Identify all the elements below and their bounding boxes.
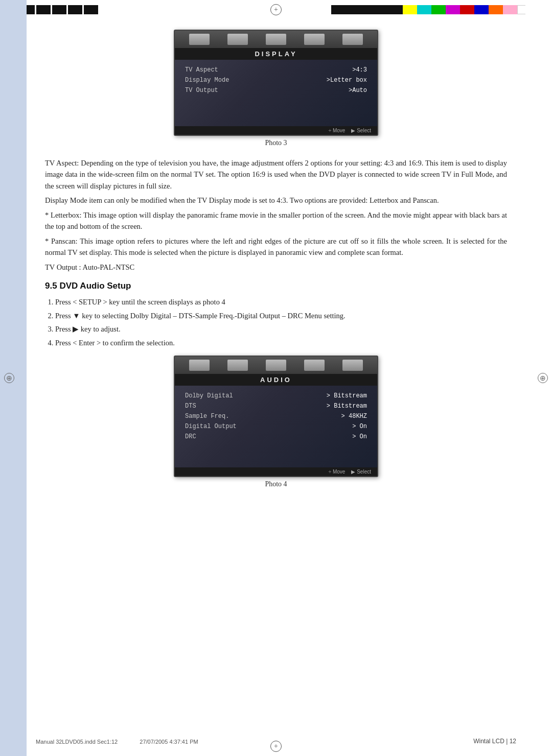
audio-row-1: Dolby Digital > Bitstream <box>185 391 367 401</box>
audio-footer-select: ▶ Select <box>351 469 371 475</box>
para2: Display Mode item can only be modified w… <box>45 195 507 206</box>
photo3-container: DISPLAY TV Aspect >4:3 Display Mode >Let… <box>45 30 507 154</box>
footer-left-text: Manual 32LDVD05.indd Sec1:12 <box>36 739 118 745</box>
audio-header-icon-3 <box>266 360 286 371</box>
header-icon-4 <box>304 34 325 45</box>
header-icon-1 <box>189 34 210 45</box>
screen-title-display: DISPLAY <box>175 48 377 60</box>
audio-header-icon-5 <box>342 360 363 371</box>
section-heading: 9.5 DVD Audio Setup <box>45 281 507 291</box>
screen-body-audio: Dolby Digital > Bitstream DTS > Bitstrea… <box>175 386 377 467</box>
page-footer-left: Manual 32LDVD05.indd Sec1:12 27/07/2005 … <box>36 739 198 745</box>
para1: TV Aspect: Depending on the type of tele… <box>45 157 507 192</box>
steps-list: Press < SETUP > key until the screen dis… <box>55 296 507 348</box>
screen-footer-audio: ÷ Move ▶ Select <box>175 467 377 476</box>
para3: * Letterbox: This image option will disp… <box>45 209 507 232</box>
audio-row-2: DTS > Bitstream <box>185 401 367 411</box>
right-margin <box>525 0 552 756</box>
main-content: DISPLAY TV Aspect >4:3 Display Mode >Let… <box>27 25 525 731</box>
footer-right-date: 27/07/2005 4:37:41 PM <box>140 739 198 745</box>
screen-header <box>175 31 377 48</box>
step-3: Press ▶ key to adjust. <box>55 323 507 335</box>
sidebar-circle <box>4 373 14 383</box>
para5: TV Output : Auto-PAL-NTSC <box>45 262 507 273</box>
footer-select: ▶ Select <box>351 128 371 133</box>
audio-row-5: DRC > On <box>185 432 367 442</box>
audio-footer-move: ÷ Move <box>329 469 346 475</box>
step-1: Press < SETUP > key until the screen dis… <box>55 296 507 308</box>
display-row-2: Display Mode >Letter box <box>185 75 367 85</box>
audio-row-3: Sample Freq. > 48KHZ <box>185 411 367 421</box>
left-sidebar <box>0 0 27 756</box>
page-footer-right: Wintal LCD | 12 <box>473 738 516 745</box>
screen-body-display: TV Aspect >4:3 Display Mode >Letter box … <box>175 60 377 126</box>
audio-header-icon-4 <box>304 360 325 371</box>
audio-header-icon-1 <box>189 360 210 371</box>
display-row-1: TV Aspect >4:3 <box>185 65 367 75</box>
color-bar-top <box>331 5 532 14</box>
audio-header-icon-2 <box>227 360 248 371</box>
screen-header-audio <box>175 357 377 374</box>
photo3-caption: Photo 3 <box>265 139 287 147</box>
audio-row-4: Digital Output > On <box>185 421 367 432</box>
dvd-screen-display: DISPLAY TV Aspect >4:3 Display Mode >Let… <box>174 30 378 136</box>
step-4: Press < Enter > to confirm the selection… <box>55 337 507 348</box>
screen-title-audio: AUDIO <box>175 374 377 386</box>
black-bar-top <box>20 5 98 14</box>
photo4-caption: Photo 4 <box>265 480 287 488</box>
step-2: Press ▼ key to selecting Dolby Digital –… <box>55 310 507 321</box>
display-row-3: TV Output >Auto <box>185 85 367 96</box>
header-icon-2 <box>227 34 248 45</box>
para4: * Panscan: This image option refers to p… <box>45 235 507 258</box>
footer-right-text: Wintal LCD | 12 <box>473 738 516 745</box>
screen-footer-display: ÷ Move ▶ Select <box>175 126 377 135</box>
right-circle <box>538 373 548 383</box>
body-text-section: TV Aspect: Depending on the type of tele… <box>45 157 507 273</box>
registration-circle-bottom <box>270 741 282 752</box>
dvd-screen-audio: AUDIO Dolby Digital > Bitstream DTS > Bi… <box>174 356 378 477</box>
photo4-container: AUDIO Dolby Digital > Bitstream DTS > Bi… <box>45 356 507 495</box>
header-icon-5 <box>342 34 363 45</box>
registration-circle-top <box>270 4 282 15</box>
header-icon-3 <box>266 34 286 45</box>
footer-move: ÷ Move <box>329 128 346 133</box>
